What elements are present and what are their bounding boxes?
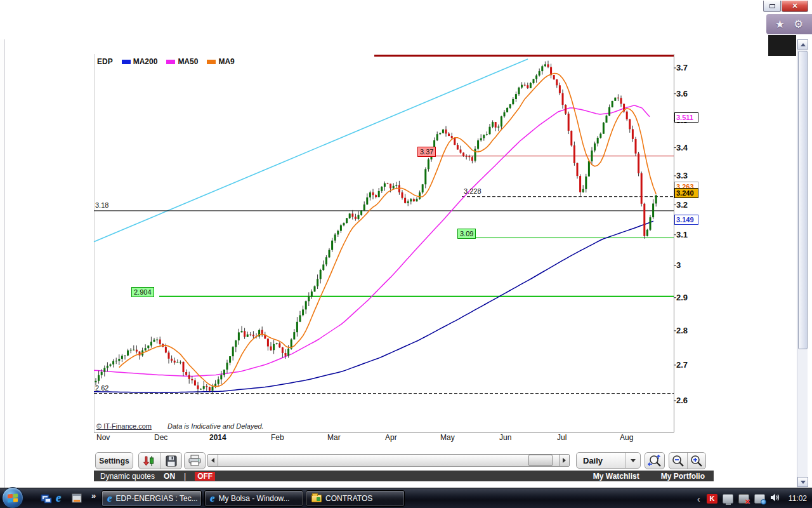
ie-icon: e — [210, 494, 215, 503]
legend-item: MA9 — [207, 57, 234, 66]
site-status-bar: Dynamic quotes ON | OFF My Watchlist My … — [94, 471, 714, 481]
quotes-on-toggle[interactable]: ON — [164, 472, 175, 481]
legend-item: MA50 — [166, 57, 198, 66]
floppy-disk-icon — [166, 455, 177, 467]
chart-horizontal-scrollbar[interactable] — [207, 454, 570, 467]
symbol-label: EDP — [97, 57, 113, 66]
price-marker: 3.511 — [674, 112, 698, 123]
y-axis-tick-label: 2.8 — [676, 326, 688, 335]
windows-logo-icon — [8, 493, 18, 502]
y-axis-tick-label: 3.1 — [676, 230, 688, 239]
right-arrow-icon — [563, 458, 566, 463]
chart-toolbar: Settings Da — [94, 451, 708, 471]
taskbar-overflow-chevron[interactable]: » — [91, 491, 96, 500]
tray-chevron[interactable]: ‹ — [697, 493, 700, 504]
legend-series-label: MA50 — [178, 57, 198, 66]
legend-swatch-icon — [122, 60, 131, 64]
zoom-fit-icon — [647, 454, 662, 468]
y-axis-tick-label: 3.6 — [676, 89, 688, 98]
down-arrow-icon — [801, 481, 806, 484]
my-watchlist-link[interactable]: My Watchlist — [593, 472, 639, 481]
scroll-right-button[interactable] — [559, 455, 569, 466]
price-marker: 3.149 — [674, 215, 698, 225]
taskbar-button-label: EDP-ENERGIAS : Tec... — [116, 494, 198, 503]
price-level-label: 3.18 — [95, 201, 108, 209]
page-header-fragment — [768, 35, 796, 56]
price-level-label: 3.228 — [464, 187, 481, 195]
x-axis-month-label: Nov — [96, 433, 110, 442]
period-dropdown[interactable]: Daily — [576, 452, 641, 469]
zoom-in-button[interactable] — [687, 453, 705, 469]
save-button-group — [138, 452, 182, 469]
volume-tray-icon[interactable] — [770, 493, 781, 505]
dropdown-arrow-icon — [625, 453, 640, 468]
x-axis-month-label: Feb — [271, 433, 284, 442]
taskbar-button-label: My Bolsa - Window... — [219, 494, 290, 503]
taskbar-button[interactable]: eEDP-ENERGIAS : Tec... — [102, 490, 202, 507]
settings-button[interactable]: Settings — [95, 452, 133, 469]
quick-launch-ie-icon[interactable]: e — [56, 493, 67, 504]
taskbar-clock[interactable]: 11:02 — [789, 494, 807, 503]
system-tray: ‹ K ✕ 11:02 — [697, 488, 807, 508]
quick-launch-folder-icon[interactable] — [71, 493, 82, 504]
y-axis-tick-label: 3.2 — [676, 200, 688, 210]
save-chart-icon — [143, 455, 157, 467]
price-level-label: 2.62 — [95, 384, 108, 392]
close-window-button[interactable]: ✕ — [782, 1, 808, 12]
zoom-in-icon — [690, 455, 704, 467]
legend-swatch-icon — [207, 60, 216, 64]
price-marker: 3.240 — [674, 188, 698, 198]
scroll-up-button[interactable] — [797, 39, 808, 50]
y-axis-tick-label: 2.6 — [676, 396, 688, 405]
browser-vertical-scrollbar[interactable] — [797, 39, 808, 488]
quick-launch-desktop-icon[interactable] — [41, 493, 52, 504]
scroll-down-button[interactable] — [797, 477, 808, 487]
taskbar-button[interactable]: eMy Bolsa - Window... — [204, 490, 303, 507]
chart-scrollbar-thumb[interactable] — [528, 455, 553, 466]
quotes-off-toggle[interactable]: OFF — [195, 472, 215, 481]
network-tray-icon[interactable] — [754, 494, 765, 504]
legend-series-label: MA9 — [218, 57, 234, 66]
price-level-label[interactable]: 3.09 — [457, 229, 476, 239]
antivirus-tray-icon[interactable]: K — [707, 494, 717, 504]
scrollbar-thumb[interactable] — [798, 51, 808, 349]
chart-footer: © IT-Finance.com Data is Indicative and … — [96, 422, 264, 430]
x-axis-month-label: Jun — [499, 433, 511, 442]
save-button[interactable] — [160, 453, 182, 469]
page-left-border — [0, 39, 5, 488]
price-level-label[interactable]: 3.37 — [417, 147, 436, 157]
scroll-left-button[interactable] — [208, 455, 218, 466]
dynamic-quotes-label: Dynamic quotes — [100, 472, 155, 481]
favorites-star-icon[interactable]: ★ — [775, 18, 785, 31]
browser-command-bar: ★ ⚙ — [766, 14, 812, 34]
price-level-label[interactable]: 2.904 — [131, 287, 154, 297]
taskbar-button[interactable]: CONTRATOS — [306, 490, 405, 507]
restore-window-button[interactable] — [763, 1, 781, 12]
my-portfolio-link[interactable]: My Portfolio — [661, 472, 705, 481]
save-chart-button[interactable] — [139, 453, 160, 469]
windows-taskbar: e » eEDP-ENERGIAS : Tec...eMy Bolsa - Wi… — [0, 488, 812, 508]
zoom-fit-button[interactable] — [645, 452, 665, 469]
x-axis-month-label: 2014 — [209, 433, 226, 442]
y-axis-tick-label: 3.7 — [676, 63, 688, 72]
power-tray-icon[interactable]: ✕ — [738, 494, 749, 504]
chart-plot-area[interactable] — [94, 54, 674, 432]
restore-icon — [769, 4, 775, 8]
legend-series-label: MA200 — [133, 57, 158, 66]
y-axis-tick-label: 3 — [676, 260, 681, 270]
start-button[interactable] — [2, 487, 23, 508]
provider-link[interactable]: © IT-Finance.com — [96, 422, 152, 430]
folder-icon — [311, 495, 322, 502]
y-axis-tick-label: 3.4 — [676, 143, 688, 152]
period-value: Daily — [577, 456, 625, 465]
display-tray-icon[interactable] — [723, 494, 733, 504]
x-axis-month-label: Mar — [327, 433, 341, 442]
zoom-out-button[interactable] — [669, 453, 687, 469]
legend-item: MA200 — [122, 57, 158, 66]
left-arrow-icon — [211, 458, 214, 463]
tools-gear-icon[interactable]: ⚙ — [794, 18, 803, 31]
disclaimer-text: Data is Indicative and Delayed. — [167, 422, 264, 430]
taskbar-button-label: CONTRATOS — [325, 494, 372, 503]
print-button[interactable] — [184, 452, 206, 469]
x-axis-month-label: Aug — [620, 433, 633, 442]
